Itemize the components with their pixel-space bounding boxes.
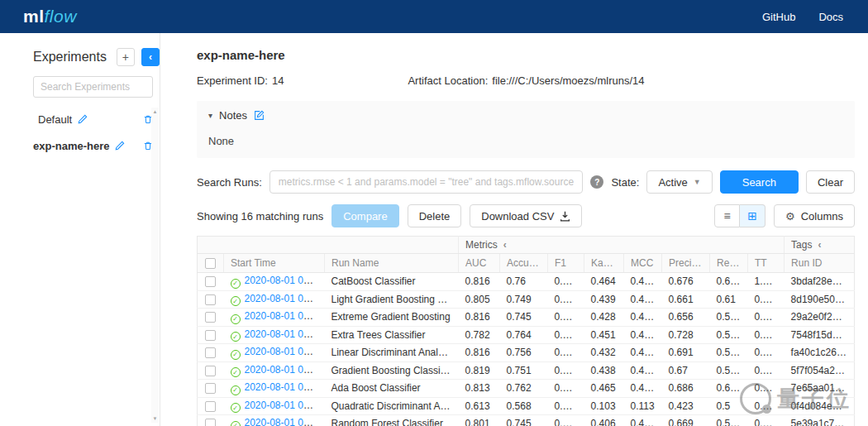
logo-flow-text: flow bbox=[45, 7, 77, 26]
col-accuracy[interactable]: Accuracy bbox=[500, 254, 548, 273]
col-kappa[interactable]: Kappa bbox=[584, 254, 624, 273]
search-help-icon[interactable]: ? bbox=[590, 175, 603, 189]
metric-value: 0.5 bbox=[710, 397, 748, 415]
sidebar-header: Experiments + ‹ bbox=[33, 48, 160, 66]
col-precision[interactable]: Precision bbox=[662, 254, 710, 273]
collapse-caret-icon[interactable]: ▾ bbox=[208, 111, 212, 120]
collapse-tags-icon[interactable]: ‹ bbox=[818, 239, 821, 251]
run-start-time-link[interactable]: 2020-08-01 09:49:14 bbox=[245, 275, 325, 286]
run-name: Linear Discriminant Analysis bbox=[325, 344, 459, 362]
metric-value: 0.621 bbox=[548, 361, 584, 380]
table-row[interactable]: ✓2020-08-01 09:48:59 Extra Trees Classif… bbox=[198, 326, 855, 344]
table-row[interactable]: ✓2020-08-01 09:49:01 Light Gradient Boos… bbox=[198, 290, 855, 309]
scroll-up-arrow-icon[interactable]: ▲ bbox=[153, 108, 158, 116]
col-auc[interactable]: AUC bbox=[459, 254, 500, 273]
grid-view-toggle[interactable]: ⊞ bbox=[740, 204, 765, 227]
experiment-id-label: Experiment ID: bbox=[197, 74, 268, 87]
table-row[interactable]: ✓2020-08-01 09:49:00 Extreme Gradient Bo… bbox=[198, 309, 855, 327]
run-start-time-link[interactable]: 2020-08-01 09:48:54 bbox=[245, 381, 325, 393]
metric-value: 0.445 bbox=[624, 290, 662, 309]
mlflow-logo[interactable]: mlflow bbox=[23, 7, 77, 26]
collapse-sidebar-button[interactable]: ‹ bbox=[141, 48, 160, 66]
edit-notes-button[interactable] bbox=[254, 110, 265, 121]
select-all-checkbox[interactable] bbox=[205, 258, 216, 269]
collapse-metrics-icon[interactable]: ‹ bbox=[503, 239, 507, 251]
metric-value: 0.414 bbox=[624, 415, 662, 426]
list-view-toggle[interactable]: ≡ bbox=[714, 204, 740, 227]
row-checkbox[interactable] bbox=[205, 401, 216, 412]
experiment-id: Experiment ID:14 bbox=[197, 74, 284, 87]
metric-value: 0.525 bbox=[710, 415, 748, 426]
metric-value: 0.616 bbox=[548, 309, 584, 327]
col-recall[interactable]: Recall bbox=[710, 254, 748, 273]
col-mcc[interactable]: MCC bbox=[624, 254, 662, 273]
notes-content: None bbox=[208, 135, 843, 147]
row-checkbox[interactable] bbox=[205, 312, 216, 323]
sidebar-scrollbar[interactable]: ▲ ▼ bbox=[151, 108, 159, 423]
rename-experiment-button[interactable] bbox=[115, 141, 125, 151]
experiment-item-exp-name-here[interactable]: exp-name-here bbox=[33, 132, 153, 159]
add-experiment-button[interactable]: + bbox=[117, 48, 135, 66]
table-row[interactable]: ✓2020-08-01 09:48:53 Quadratic Discrimin… bbox=[198, 397, 855, 415]
run-start-time-link[interactable]: 2020-08-01 09:49:01 bbox=[245, 293, 325, 304]
col-run-name[interactable]: Run Name bbox=[325, 254, 459, 273]
columns-button[interactable]: ⚙ Columns bbox=[774, 204, 855, 227]
col-tt[interactable]: TT bbox=[748, 254, 785, 273]
run-start-time-link[interactable]: 2020-08-01 09:48:55 bbox=[245, 364, 325, 376]
row-checkbox[interactable] bbox=[205, 419, 216, 426]
clear-button[interactable]: Clear bbox=[806, 170, 855, 194]
gear-icon: ⚙ bbox=[785, 210, 795, 223]
metric-value: 0.434 bbox=[624, 309, 662, 327]
notes-header[interactable]: ▾ Notes bbox=[208, 109, 843, 122]
run-start-time-link[interactable]: 2020-08-01 09:48:56 bbox=[245, 346, 325, 357]
col-run-id[interactable]: Run ID bbox=[785, 254, 855, 273]
delete-button[interactable]: Delete bbox=[408, 204, 462, 227]
tags-group-header: Tags‹ bbox=[785, 237, 855, 254]
metric-value: 0.603 bbox=[548, 344, 584, 362]
table-row[interactable]: ✓2020-08-01 09:48:55 Gradient Boosting C… bbox=[198, 361, 855, 380]
run-id: 5e39a1c7d2f84... bbox=[785, 415, 855, 426]
experiments-search-input[interactable] bbox=[33, 76, 153, 98]
experiment-item-default[interactable]: Default bbox=[33, 106, 153, 132]
metric-value: 0.661 bbox=[662, 290, 710, 309]
table-row[interactable]: ✓2020-08-01 09:48:56 Linear Discriminant… bbox=[198, 344, 855, 362]
metric-value: 0.676 bbox=[662, 273, 710, 291]
row-checkbox[interactable] bbox=[205, 347, 216, 358]
row-checkbox[interactable] bbox=[205, 276, 216, 287]
table-row[interactable]: ✓2020-08-01 09:48:54 Ada Boost Classifie… bbox=[198, 380, 855, 398]
metric-value: 0.615 bbox=[710, 380, 748, 398]
rename-experiment-button[interactable] bbox=[78, 114, 88, 124]
run-name: Extreme Gradient Boosting bbox=[325, 309, 459, 327]
tags-group-label: Tags bbox=[791, 239, 812, 251]
row-checkbox[interactable] bbox=[205, 330, 216, 341]
row-checkbox-cell bbox=[198, 344, 224, 362]
run-start-time-link[interactable]: 2020-08-01 09:48:53 bbox=[245, 400, 325, 411]
chevron-down-icon: ▼ bbox=[694, 178, 701, 186]
nav-link-docs[interactable]: Docs bbox=[818, 11, 843, 23]
download-csv-button[interactable]: Download CSV bbox=[470, 204, 582, 227]
row-checkbox[interactable] bbox=[205, 366, 216, 376]
run-start-time-link[interactable]: 2020-08-01 09:48:52 bbox=[245, 417, 325, 426]
search-runs-input[interactable] bbox=[269, 170, 584, 194]
page-layout: Experiments + ‹ Default exp-name-here bbox=[0, 33, 868, 426]
row-checkbox-cell bbox=[198, 397, 224, 415]
col-start-time[interactable]: Start Time bbox=[224, 254, 325, 273]
state-label: State: bbox=[611, 176, 639, 189]
start-time-cell: ✓2020-08-01 09:48:52 bbox=[224, 415, 325, 426]
metric-value: 1.232 bbox=[748, 273, 785, 291]
metric-value: 0.813 bbox=[459, 380, 500, 398]
col-f1[interactable]: F1 bbox=[548, 254, 584, 273]
compare-button[interactable]: Compare bbox=[331, 204, 398, 227]
row-checkbox[interactable] bbox=[205, 383, 216, 394]
nav-link-github[interactable]: GitHub bbox=[762, 11, 795, 23]
table-row[interactable]: ✓2020-08-01 09:49:14 CatBoost Classifier… bbox=[198, 273, 855, 291]
search-button[interactable]: Search bbox=[720, 170, 799, 194]
run-start-time-link[interactable]: 2020-08-01 09:48:59 bbox=[245, 328, 325, 340]
state-dropdown[interactable]: Active ▼ bbox=[646, 170, 712, 194]
table-row[interactable]: ✓2020-08-01 09:48:52 Random Forest Class… bbox=[198, 415, 855, 426]
metric-value: 0.059 bbox=[748, 290, 785, 309]
metric-value: 0.627 bbox=[548, 290, 584, 309]
scroll-down-arrow-icon[interactable]: ▼ bbox=[153, 414, 158, 423]
row-checkbox[interactable] bbox=[205, 294, 216, 305]
run-start-time-link[interactable]: 2020-08-01 09:49:00 bbox=[245, 310, 325, 322]
